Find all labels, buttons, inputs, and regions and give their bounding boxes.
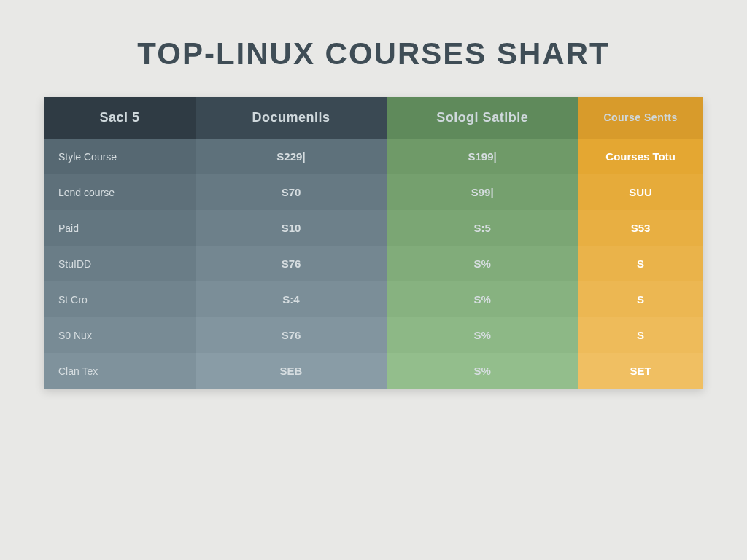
row-label: St Cro bbox=[44, 281, 196, 317]
cell-value: S:5 bbox=[387, 210, 578, 246]
row-label: StuIDD bbox=[44, 246, 196, 281]
table-row: Lend course S70 S99| SUU bbox=[44, 174, 703, 210]
chart-title: TOP-LINUX COURSES SHART bbox=[44, 36, 703, 71]
cell-value: S229| bbox=[196, 139, 387, 174]
cell-value: S:4 bbox=[196, 281, 387, 317]
cell-value: SEB bbox=[196, 353, 387, 389]
row-label: Lend course bbox=[44, 174, 196, 210]
table-row: Style Course S229| S199| Courses Totu bbox=[44, 139, 703, 174]
row-label: S0 Nux bbox=[44, 317, 196, 353]
cell-value: S% bbox=[387, 353, 578, 389]
cell-value: S10 bbox=[196, 210, 387, 246]
col-header-1: Documeniis bbox=[196, 97, 387, 139]
chart-container: TOP-LINUX COURSES SHART Sacl 5 Documenii… bbox=[0, 0, 747, 560]
cell-value: S bbox=[578, 317, 703, 353]
cell-value: S% bbox=[387, 317, 578, 353]
table-row: Paid S10 S:5 S53 bbox=[44, 210, 703, 246]
row-label: Clan Tex bbox=[44, 353, 196, 389]
col-header-3: Course Sentts bbox=[578, 97, 703, 139]
cell-value: S76 bbox=[196, 246, 387, 281]
cell-value: S199| bbox=[387, 139, 578, 174]
row-label: Paid bbox=[44, 210, 196, 246]
table-row: Clan Tex SEB S% SET bbox=[44, 353, 703, 389]
table-header-row: Sacl 5 Documeniis Sologi Satible Course … bbox=[44, 97, 703, 139]
cell-value: SUU bbox=[578, 174, 703, 210]
table-row: St Cro S:4 S% S bbox=[44, 281, 703, 317]
cell-value: S76 bbox=[196, 317, 387, 353]
cell-value: S% bbox=[387, 246, 578, 281]
col-header-2: Sologi Satible bbox=[387, 97, 578, 139]
col-header-0: Sacl 5 bbox=[44, 97, 196, 139]
cell-value: SET bbox=[578, 353, 703, 389]
cell-value: Courses Totu bbox=[578, 139, 703, 174]
table-row: S0 Nux S76 S% S bbox=[44, 317, 703, 353]
cell-value: S% bbox=[387, 281, 578, 317]
cell-value: S70 bbox=[196, 174, 387, 210]
cell-value: S99| bbox=[387, 174, 578, 210]
table-row: StuIDD S76 S% S bbox=[44, 246, 703, 281]
cell-value: S53 bbox=[578, 210, 703, 246]
row-label: Style Course bbox=[44, 139, 196, 174]
cell-value: S bbox=[578, 246, 703, 281]
courses-table: Sacl 5 Documeniis Sologi Satible Course … bbox=[44, 97, 703, 389]
cell-value: S bbox=[578, 281, 703, 317]
